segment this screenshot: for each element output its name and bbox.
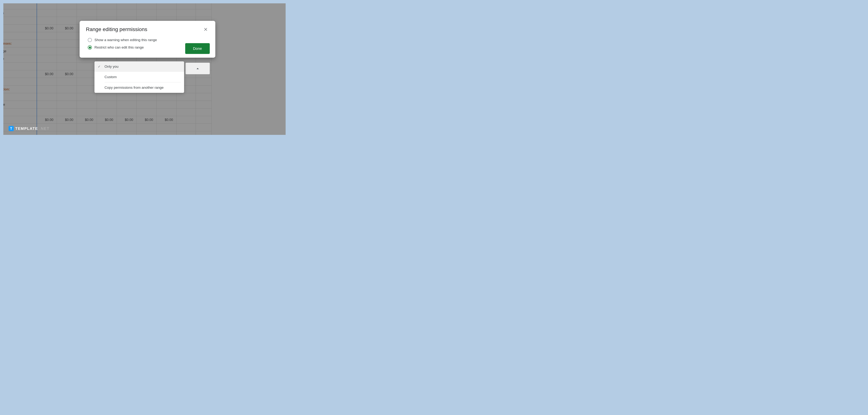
- watermark-text-suffix: .NET: [39, 126, 50, 131]
- permission-select[interactable]: [186, 63, 210, 74]
- watermark: T TEMPLATE.NET: [8, 126, 50, 131]
- close-button[interactable]: [202, 26, 209, 33]
- dropdown-item-only-you[interactable]: ✓ Only you: [94, 61, 184, 72]
- done-button[interactable]: Done: [185, 43, 210, 54]
- dialog-header: Range editing permissions: [86, 26, 209, 33]
- caret-up-icon: [196, 68, 199, 69]
- range-permissions-dialog: Range editing permissions Show a warning…: [80, 21, 215, 58]
- permission-dropdown: ✓ Only you Custom Copy permissions from …: [94, 61, 184, 93]
- dropdown-item-label: Copy permissions from another range: [98, 86, 164, 90]
- watermark-text: TEMPLATE: [15, 126, 38, 131]
- radio-icon-selected: [88, 46, 92, 50]
- dropdown-item-copy-permissions[interactable]: Copy permissions from another range: [94, 82, 184, 93]
- watermark-badge: T: [8, 126, 14, 131]
- dropdown-item-custom[interactable]: Custom: [94, 72, 184, 82]
- dropdown-item-label: Only you: [103, 64, 119, 69]
- dialog-title: Range editing permissions: [86, 26, 147, 32]
- check-icon: ✓: [98, 64, 103, 69]
- close-icon: [204, 28, 207, 31]
- dropdown-item-label: Custom: [98, 75, 117, 79]
- radio-show-warning[interactable]: Show a warning when editing this range: [88, 38, 209, 42]
- radio-icon: [88, 38, 92, 42]
- radio-label: Restrict who can edit this range: [94, 46, 144, 50]
- radio-label: Show a warning when editing this range: [94, 38, 157, 42]
- app-viewport: ary estments er al$0.00$0.00 ne Expenses…: [3, 3, 286, 135]
